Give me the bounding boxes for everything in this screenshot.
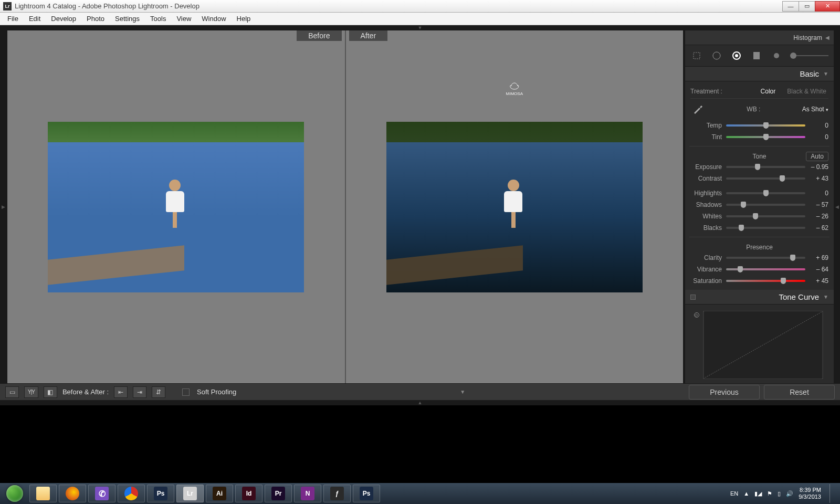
- swap-both-button[interactable]: ⇵: [152, 386, 165, 398]
- start-button[interactable]: [2, 484, 27, 503]
- swap-after-button[interactable]: ⇥: [133, 386, 146, 398]
- toolbar-menu-icon[interactable]: ▼: [460, 389, 465, 395]
- wb-dropdown[interactable]: As Shot ▾: [802, 106, 828, 113]
- tonecurve-panel: ⊙: [685, 304, 834, 383]
- volume-icon[interactable]: 🔊: [786, 490, 793, 497]
- taskbar-firefox-icon[interactable]: [59, 485, 86, 502]
- after-pane: After MIMOSA: [346, 30, 684, 383]
- window-title: Lightroom 4 Catalog - Adobe Photoshop Li…: [15, 2, 200, 10]
- saturation-slider[interactable]: Saturation+ 45: [690, 275, 828, 287]
- whites-slider[interactable]: Whites– 26: [690, 211, 828, 222]
- taskbar-photoshop-icon[interactable]: Ps: [147, 485, 174, 502]
- brush-tool-icon[interactable]: [770, 49, 783, 62]
- left-panel-expand-icon[interactable]: ▶: [0, 30, 6, 383]
- panel-expand-bottom-icon[interactable]: ▲: [0, 400, 840, 405]
- redeye-tool-icon[interactable]: [730, 49, 743, 62]
- taskbar-flash-icon[interactable]: ƒ: [323, 485, 351, 502]
- loupe-view-button[interactable]: ▭: [5, 386, 19, 398]
- previous-button[interactable]: Previous: [689, 385, 760, 400]
- menu-develop[interactable]: Develop: [46, 14, 81, 24]
- before-photo[interactable]: [48, 122, 304, 292]
- taskbar-viber-icon[interactable]: ✆: [88, 485, 116, 502]
- treatment-color[interactable]: Color: [759, 87, 778, 96]
- before-after-yy-button[interactable]: Y|Y: [24, 386, 38, 398]
- temp-slider[interactable]: Temp0: [690, 120, 828, 131]
- taskbar-lightroom-icon[interactable]: Lr: [176, 485, 204, 502]
- system-tray: EN ▲ ▮◢ ⚑ ▯ 🔊 8:39 PM 9/3/2013: [730, 484, 838, 503]
- svg-point-3: [735, 54, 738, 57]
- menu-photo[interactable]: Photo: [81, 14, 110, 24]
- contrast-slider[interactable]: Contrast+ 43: [690, 173, 828, 184]
- target-adjust-icon[interactable]: ⊙: [694, 312, 699, 318]
- battery-icon[interactable]: ▯: [778, 490, 781, 497]
- close-button[interactable]: ✕: [815, 1, 840, 12]
- right-panel-collapse-icon[interactable]: ◀: [834, 30, 840, 383]
- brush-size-slider[interactable]: [790, 55, 828, 56]
- show-desktop-button[interactable]: [830, 484, 835, 503]
- clarity-slider[interactable]: Clarity+ 69: [690, 252, 828, 264]
- tone-curve-graph[interactable]: ⊙: [703, 311, 823, 379]
- wb-eyedropper-icon[interactable]: [690, 102, 705, 117]
- taskbar-illustrator-icon[interactable]: Ai: [206, 485, 233, 502]
- tray-up-icon[interactable]: ▲: [743, 490, 749, 497]
- tool-strip: [685, 45, 834, 67]
- menu-edit[interactable]: Edit: [24, 14, 46, 24]
- soft-proof-checkbox[interactable]: [182, 388, 190, 396]
- before-after-split-button[interactable]: ◧: [44, 386, 57, 398]
- tint-slider[interactable]: Tint0: [690, 131, 828, 143]
- after-photo[interactable]: [386, 122, 643, 292]
- basic-section-header[interactable]: Basic▼: [685, 67, 834, 81]
- menu-file[interactable]: File: [2, 14, 24, 24]
- blacks-slider[interactable]: Blacks– 62: [690, 222, 828, 234]
- taskbar-indesign-icon[interactable]: Id: [235, 485, 262, 502]
- after-label: After: [349, 30, 388, 41]
- shadows-slider[interactable]: Shadows– 57: [690, 199, 828, 211]
- taskbar-onenote-icon[interactable]: N: [294, 485, 321, 502]
- highlights-slider[interactable]: Highlights0: [690, 187, 828, 199]
- taskbar-explorer-icon[interactable]: [29, 485, 57, 502]
- network-icon[interactable]: ▮◢: [754, 490, 762, 497]
- exposure-slider[interactable]: Exposure– 0.95: [690, 161, 828, 173]
- crop-tool-icon[interactable]: [690, 49, 703, 62]
- vibrance-slider[interactable]: Vibrance– 64: [690, 264, 828, 275]
- presence-subhead: Presence: [690, 240, 828, 252]
- before-label: Before: [297, 30, 341, 41]
- menu-view[interactable]: View: [171, 14, 196, 24]
- menu-help[interactable]: Help: [232, 14, 256, 24]
- treatment-row: Treatment : Color Black & White: [690, 85, 828, 99]
- auto-tone-button[interactable]: Auto: [806, 152, 828, 161]
- preview-area: Before After MIMOSA: [7, 30, 684, 383]
- menubar: FileEditDevelopPhotoSettingsToolsViewWin…: [0, 13, 840, 25]
- develop-panel: Histogram◀ Basic▼ Treatment : Color Blac…: [685, 30, 834, 383]
- svg-line-6: [704, 311, 823, 379]
- menu-window[interactable]: Window: [196, 14, 231, 24]
- tone-subhead: Tone Auto: [690, 150, 828, 161]
- maximize-button[interactable]: ▭: [799, 1, 815, 12]
- treatment-bw[interactable]: Black & White: [785, 87, 828, 96]
- grad-tool-icon[interactable]: [750, 49, 763, 62]
- clock[interactable]: 8:39 PM 9/3/2013: [799, 487, 821, 500]
- menu-settings[interactable]: Settings: [110, 14, 145, 24]
- taskbar-chrome-icon[interactable]: [118, 485, 145, 502]
- taskbar-photoshop2-icon[interactable]: Ps: [353, 485, 380, 502]
- spot-tool-icon[interactable]: [710, 49, 723, 62]
- action-center-icon[interactable]: ⚑: [767, 490, 772, 497]
- swap-before-button[interactable]: ⇤: [114, 386, 128, 398]
- watermark-icon: MIMOSA: [506, 82, 523, 96]
- histogram-header[interactable]: Histogram◀: [685, 30, 834, 45]
- panel-expand-top-icon[interactable]: ▼: [0, 25, 840, 30]
- svg-rect-4: [753, 52, 760, 59]
- minimize-button[interactable]: —: [782, 1, 799, 12]
- reset-button[interactable]: Reset: [764, 385, 835, 400]
- tonecurve-section-header[interactable]: Tone Curve▼: [685, 290, 834, 304]
- window-titlebar: Lr Lightroom 4 Catalog - Adobe Photoshop…: [0, 0, 840, 13]
- before-after-label: Before & After :: [62, 388, 109, 396]
- tonecurve-toggle-icon[interactable]: [690, 295, 696, 300]
- toolbar: ▭ Y|Y ◧ Before & After : ⇤ ⇥ ⇵ Soft Proo…: [0, 383, 840, 400]
- taskbar-premiere-icon[interactable]: Pr: [265, 485, 292, 502]
- windows-taskbar: ✆PsLrAiIdPrNƒPs EN ▲ ▮◢ ⚑ ▯ 🔊 8:39 PM 9/…: [0, 483, 840, 504]
- soft-proof-label: Soft Proofing: [197, 388, 236, 396]
- svg-rect-0: [694, 52, 700, 59]
- menu-tools[interactable]: Tools: [145, 14, 171, 24]
- lang-indicator[interactable]: EN: [730, 490, 738, 497]
